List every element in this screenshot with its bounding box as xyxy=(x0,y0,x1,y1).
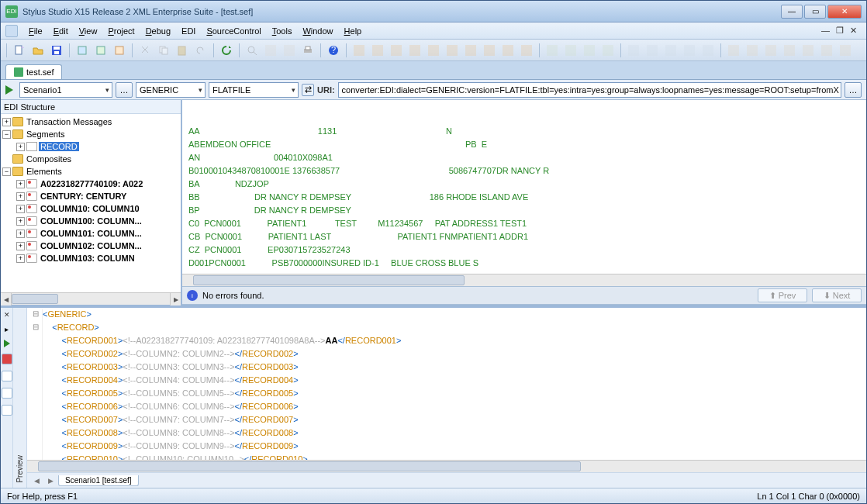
tb-save[interactable] xyxy=(48,42,65,59)
tb-g4b[interactable] xyxy=(644,42,661,59)
tb-g4c[interactable] xyxy=(662,42,679,59)
scenario-select[interactable]: Scenario1 xyxy=(19,82,112,98)
tb-g5d[interactable] xyxy=(781,42,798,59)
preview-tool4[interactable] xyxy=(2,405,12,416)
tb-g2a[interactable] xyxy=(351,42,368,59)
tb-g2i[interactable] xyxy=(499,42,516,59)
menu-view[interactable]: View xyxy=(74,25,102,37)
menu-help[interactable]: Help xyxy=(340,25,367,37)
expand-icon[interactable]: + xyxy=(16,180,25,188)
prev-error-button[interactable]: ⬆ Prev xyxy=(758,288,807,302)
expand-icon[interactable]: − xyxy=(2,130,11,139)
uri-field[interactable]: converter:EDI:dialect=GENERIC:version=FL… xyxy=(338,82,841,98)
tb-undo[interactable] xyxy=(192,42,209,59)
tb-g5b[interactable] xyxy=(744,42,761,59)
tab-testsef[interactable]: test.sef xyxy=(5,64,62,79)
tb-g3b[interactable] xyxy=(562,42,579,59)
tb-doc1[interactable] xyxy=(74,42,91,59)
menu-sourcecontrol[interactable]: SourceControl xyxy=(202,25,265,37)
tb-refresh[interactable] xyxy=(218,42,235,59)
preview-tool1[interactable] xyxy=(2,354,12,364)
tb-g4e[interactable] xyxy=(699,42,717,59)
tree-elem[interactable]: CENTURY: CENTURY xyxy=(39,192,128,201)
menu-edi[interactable]: EDI xyxy=(177,25,200,37)
tb-open[interactable] xyxy=(29,42,47,59)
expand-icon[interactable]: + xyxy=(16,254,25,263)
dialect-select[interactable]: GENERIC xyxy=(136,82,206,98)
menu-edit[interactable]: Edit xyxy=(49,25,73,37)
expand-icon[interactable]: + xyxy=(16,242,25,250)
tb-x1[interactable] xyxy=(262,42,279,59)
preview-tool3[interactable] xyxy=(2,388,12,399)
tb-new[interactable] xyxy=(11,42,28,59)
tb-doc3[interactable] xyxy=(111,42,128,59)
doc-close-button[interactable]: ✕ xyxy=(850,26,857,36)
tree-segments[interactable]: Segments xyxy=(25,129,67,139)
tree-record[interactable]: RECORD xyxy=(39,142,79,151)
next-error-button[interactable]: ⬇ Next xyxy=(812,288,862,302)
tb-g2c[interactable] xyxy=(388,42,405,59)
doc-restore-button[interactable]: ❐ xyxy=(836,26,844,36)
flat-scrollbar[interactable] xyxy=(182,274,866,286)
scenario-options-button[interactable]: … xyxy=(116,82,133,98)
menu-tools[interactable]: Tools xyxy=(268,25,297,37)
tb-paste[interactable] xyxy=(174,42,191,59)
expand-icon[interactable]: + xyxy=(16,143,25,151)
tb-g5g[interactable] xyxy=(837,42,854,59)
tb-cut[interactable] xyxy=(136,42,154,59)
maximize-button[interactable]: ▭ xyxy=(804,5,826,19)
tb-g3d[interactable] xyxy=(599,42,617,59)
scenario-tab[interactable]: Scenario1 [test.sef] xyxy=(58,475,139,486)
tb-help[interactable]: ? xyxy=(325,42,342,59)
expand-icon[interactable]: + xyxy=(16,217,25,226)
tb-g4d[interactable] xyxy=(681,42,698,59)
close-preview-button[interactable]: ✕ xyxy=(4,311,10,319)
xml-code[interactable]: ⊟<GENERIC>⊟ <RECORD> <RECORD001><!--A022… xyxy=(27,308,866,460)
preview-tool2[interactable] xyxy=(2,371,12,381)
tree-elem[interactable]: A022318277740109: A022 xyxy=(39,179,144,188)
doc-minimize-button[interactable]: — xyxy=(821,26,830,36)
swap-icon[interactable]: ⇄ xyxy=(302,84,314,96)
tb-g2e[interactable] xyxy=(425,42,442,59)
tb-g2g[interactable] xyxy=(462,42,479,59)
tb-g5c[interactable] xyxy=(762,42,779,59)
tb-g5e[interactable] xyxy=(800,42,817,59)
menu-window[interactable]: Window xyxy=(298,25,337,37)
tree-elem[interactable]: COLUMN100: COLUMN... xyxy=(39,216,143,226)
tree-elem[interactable]: COLUMN103: COLUMN xyxy=(39,254,136,263)
tb-g2h[interactable] xyxy=(481,42,498,59)
tb-print[interactable] xyxy=(299,42,316,59)
expand-icon[interactable]: − xyxy=(2,167,11,176)
preview-run-button[interactable] xyxy=(4,340,10,347)
menu-file[interactable]: File xyxy=(24,25,47,37)
tb-x2[interactable] xyxy=(281,42,298,59)
tb-g3a[interactable] xyxy=(544,42,561,59)
tb-find[interactable] xyxy=(244,42,261,59)
expand-icon[interactable]: + xyxy=(16,192,25,201)
preview-tab[interactable]: Preview xyxy=(13,308,27,488)
menu-project[interactable]: Project xyxy=(103,25,139,37)
menu-debug[interactable]: Debug xyxy=(141,25,175,37)
minimize-button[interactable]: — xyxy=(781,5,803,19)
expand-icon[interactable]: + xyxy=(16,205,25,213)
expand-icon[interactable]: + xyxy=(2,118,11,126)
tb-g2b[interactable] xyxy=(369,42,386,59)
close-button[interactable]: ✕ xyxy=(827,5,862,19)
tb-doc2[interactable] xyxy=(92,42,109,59)
xml-scrollbar[interactable] xyxy=(27,460,866,472)
expand-icon[interactable]: + xyxy=(16,230,25,238)
format-select[interactable]: FLATFILE xyxy=(209,82,299,98)
tb-copy[interactable] xyxy=(155,42,172,59)
tb-g5a[interactable] xyxy=(725,42,742,59)
pin-icon[interactable]: ▸ xyxy=(5,325,9,333)
tb-g4a[interactable] xyxy=(625,42,642,59)
tree-elem[interactable]: COLUMN102: COLUMN... xyxy=(39,241,143,250)
tb-g2j[interactable] xyxy=(518,42,535,59)
uri-browse-button[interactable]: … xyxy=(845,82,862,98)
tree-elem[interactable]: COLUMN101: COLUMN... xyxy=(39,229,143,238)
tree-scrollbar[interactable]: ◀▶ xyxy=(1,292,181,305)
run-button[interactable] xyxy=(5,85,13,95)
tree-elements[interactable]: Elements xyxy=(25,167,64,176)
tb-g2d[interactable] xyxy=(406,42,423,59)
tree-transaction-messages[interactable]: Transaction Messages xyxy=(25,117,113,126)
